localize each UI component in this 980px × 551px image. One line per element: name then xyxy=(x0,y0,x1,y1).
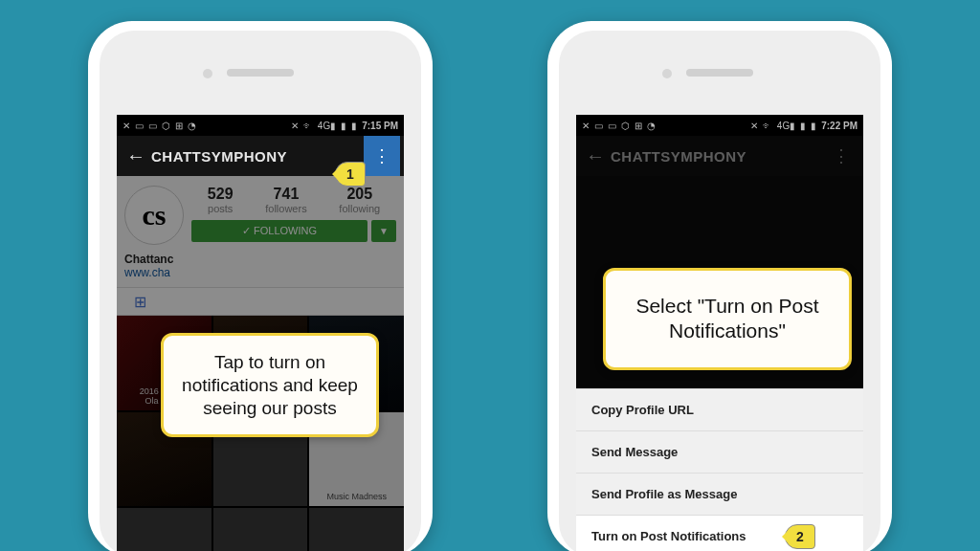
status-time: 7:15 PM xyxy=(362,121,398,131)
sheet-send-message[interactable]: Send Message xyxy=(576,430,863,473)
phone-mockup-right: ✕▭▭⬡⊞◔ ✕ᯤ4G▮▮▮ 7:22 PM ← CHATTSYMPHONY ⋮… xyxy=(547,21,892,551)
profile-title: CHATTSYMPHONY xyxy=(611,148,823,165)
stat-following[interactable]: 205 following xyxy=(339,186,380,214)
annotation-marker-2: 2 xyxy=(785,524,815,549)
phone-earpiece xyxy=(227,69,294,77)
back-icon[interactable]: ← xyxy=(580,145,611,167)
action-sheet: Copy Profile URL Send Message Send Profi… xyxy=(576,388,863,551)
profile-header: cs 529 posts 741 followers xyxy=(117,176,404,287)
instruction-callout-1: Tap to turn on notifications and keep se… xyxy=(161,333,379,437)
instruction-callout-2: Select "Turn on Post Notifications" xyxy=(603,268,852,370)
overflow-menu-button[interactable]: ⋮ xyxy=(823,145,859,166)
sheet-copy-url[interactable]: Copy Profile URL xyxy=(576,388,863,430)
status-time: 7:22 PM xyxy=(821,121,858,131)
sheet-turn-on-notifications[interactable]: Turn on Post Notifications 2 xyxy=(576,515,863,551)
phone-camera xyxy=(203,69,212,78)
profile-bio: Chattanc www.cha xyxy=(124,253,396,279)
status-bar: ✕▭▭⬡⊞◔ ✕ᯤ4G▮▮▮ 7:22 PM xyxy=(576,115,863,136)
screen-right: ✕▭▭⬡⊞◔ ✕ᯤ4G▮▮▮ 7:22 PM ← CHATTSYMPHONY ⋮… xyxy=(576,115,863,551)
screen-left: ✕▭▭⬡⊞◔ ✕ᯤ4G▮▮▮ 7:15 PM ← CHATTSYMPHONY ⋮… xyxy=(117,115,404,551)
status-icons-right: ✕ᯤ4G▮▮▮ 7:15 PM xyxy=(291,121,398,131)
stat-posts[interactable]: 529 posts xyxy=(208,186,234,214)
profile-link[interactable]: www.cha xyxy=(124,266,170,279)
sheet-send-profile[interactable]: Send Profile as Message xyxy=(576,473,863,515)
following-button[interactable]: ✓ FOLLOWING xyxy=(191,220,368,242)
photo-thumb[interactable] xyxy=(309,508,404,551)
status-icons-right: ✕ᯤ4G▮▮▮ 7:22 PM xyxy=(750,121,858,131)
status-icons-left: ✕▭▭⬡⊞◔ xyxy=(582,121,656,131)
profile-title: CHATTSYMPHONY xyxy=(151,148,364,165)
overflow-menu-button[interactable]: ⋮ xyxy=(364,136,400,176)
status-icons-left: ✕▭▭⬡⊞◔ xyxy=(122,121,196,131)
grid-view-tab[interactable]: ⊞ xyxy=(117,287,404,316)
phone-earpiece xyxy=(686,69,753,77)
stat-followers[interactable]: 741 followers xyxy=(265,186,306,214)
annotation-marker-1: 1 xyxy=(335,162,366,187)
photo-thumb[interactable] xyxy=(213,508,308,551)
avatar[interactable]: cs xyxy=(124,186,184,245)
app-bar: ← CHATTSYMPHONY ⋮ xyxy=(576,136,863,176)
following-dropdown[interactable]: ▼ xyxy=(371,220,396,242)
phone-camera xyxy=(662,69,672,78)
app-bar: ← CHATTSYMPHONY ⋮ 1 xyxy=(117,136,404,176)
phone-mockup-left: ✕▭▭⬡⊞◔ ✕ᯤ4G▮▮▮ 7:15 PM ← CHATTSYMPHONY ⋮… xyxy=(88,21,433,551)
status-bar: ✕▭▭⬡⊞◔ ✕ᯤ4G▮▮▮ 7:15 PM xyxy=(117,115,404,136)
photo-thumb[interactable] xyxy=(117,508,212,551)
back-icon[interactable]: ← xyxy=(121,145,151,167)
